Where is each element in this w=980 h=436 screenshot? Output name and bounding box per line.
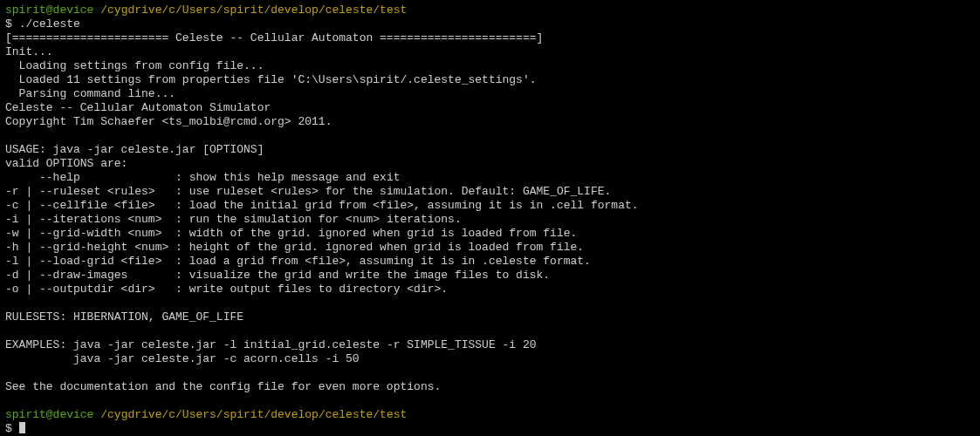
init-line: Parsing command line... xyxy=(5,87,175,100)
copyright-line: Copyright Tim Schaefer <ts_molbi@rcmd.or… xyxy=(5,115,332,128)
option-row: -c | --cellfile <file> : load the initia… xyxy=(5,199,639,212)
cursor[interactable] xyxy=(19,422,25,433)
prompt-path: /cygdrive/c/Users/spirit/develop/celeste… xyxy=(100,408,407,421)
example-line: java -jar celeste.jar -c acorn.cells -i … xyxy=(73,352,360,365)
prompt-path: /cygdrive/c/Users/spirit/develop/celeste… xyxy=(100,3,407,17)
footer-line: See the documentation and the config fil… xyxy=(5,380,441,393)
option-row: -h | --grid-height <num> : height of the… xyxy=(5,241,584,254)
banner-line: [======================= Celeste -- Cell… xyxy=(5,31,543,44)
entered-command: ./celeste xyxy=(19,17,80,31)
rulesets-line: RULESETS: HIBERNATION, GAME_OF_LIFE xyxy=(5,310,243,324)
prompt-symbol: $ xyxy=(5,422,12,435)
prompt-symbol: $ xyxy=(5,17,12,31)
example-line: java -jar celeste.jar -l initial_grid.ce… xyxy=(73,338,537,351)
init-line: Loaded 11 settings from properties file … xyxy=(5,73,537,86)
prompt-userhost: spirit@device xyxy=(5,3,93,17)
option-row: -w | --grid-width <num> : width of the g… xyxy=(5,227,577,240)
init-header: Init... xyxy=(5,45,53,58)
prompt-userhost: spirit@device xyxy=(5,408,93,421)
option-row: -l | --load-grid <file> : load a grid fr… xyxy=(5,255,591,268)
option-row: --help : show this help message and exit xyxy=(5,171,401,184)
option-row: -d | --draw-images : visualize the grid … xyxy=(5,269,550,282)
valid-options-header: valid OPTIONS are: xyxy=(5,157,127,170)
usage-line: USAGE: java -jar celeste.jar [OPTIONS] xyxy=(5,143,264,156)
terminal-output[interactable]: spirit@device /cygdrive/c/Users/spirit/d… xyxy=(0,0,980,436)
init-line: Loading settings from config file... xyxy=(5,59,264,72)
option-row: -i | --iterations <num> : run the simula… xyxy=(5,213,462,226)
option-row: -r | --ruleset <rules> : use ruleset <ru… xyxy=(5,185,611,198)
product-line: Celeste -- Cellular Automaton Simulator xyxy=(5,101,271,114)
option-row: -o | --outputdir <dir> : write output fi… xyxy=(5,283,448,296)
examples-label: EXAMPLES: xyxy=(5,338,66,351)
